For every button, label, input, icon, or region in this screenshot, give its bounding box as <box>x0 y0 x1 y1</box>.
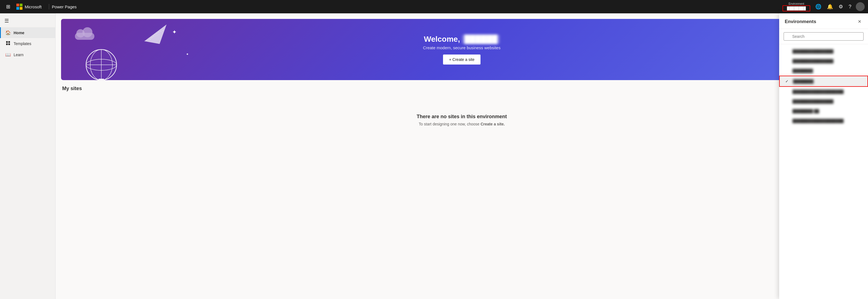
brand-label: Microsoft <box>25 4 42 9</box>
hero-username: ██████ <box>462 35 500 44</box>
env-check-icon: ✓ <box>785 79 791 83</box>
learn-icon: 📖 <box>5 52 11 57</box>
hero-content: Welcome, ██████ Create modern, secure bu… <box>423 35 500 64</box>
main-content: ✦ ✦ Welcome, ██████ Create modern, secur… <box>56 13 868 299</box>
svg-rect-2 <box>6 44 8 45</box>
env-item-name: ████████████████ <box>793 49 863 53</box>
sidebar-label-home: Home <box>13 31 24 35</box>
paper-plane-decoration <box>144 25 166 45</box>
no-sites-title: There are no sites in this environment <box>68 114 856 119</box>
globe-decoration <box>83 47 119 80</box>
star-small-decoration: ✦ <box>186 52 189 56</box>
env-item-name: ████████ ██ <box>793 109 863 113</box>
environment-section: Environment ████████ <box>782 2 810 11</box>
svg-rect-0 <box>6 41 8 43</box>
env-list-item[interactable]: ████████████████████ <box>779 116 868 126</box>
env-list-item[interactable]: ████████████████████ <box>779 87 868 97</box>
templates-icon <box>5 41 11 47</box>
hero-subtitle: Create modern, secure business websites <box>423 45 500 50</box>
sidebar: ☰ 🏠 Home Templates 📖 Learn <box>0 13 56 299</box>
env-list-item[interactable]: ████████████████ <box>779 47 868 56</box>
env-search-box: 🔍 <box>779 29 868 44</box>
settings-icon[interactable]: ⚙ <box>836 0 846 13</box>
svg-marker-11 <box>144 25 166 44</box>
waffle-icon[interactable]: ⊞ <box>3 0 13 13</box>
topbar: ⊞ Microsoft Power Pages Environment ████… <box>0 0 868 13</box>
hero-welcome-text: Welcome, ██████ <box>423 35 500 44</box>
sidebar-label-learn: Learn <box>13 53 24 57</box>
env-item-name: ████████ <box>793 69 863 73</box>
env-panel-close-button[interactable]: ✕ <box>857 18 863 25</box>
home-icon: 🏠 <box>5 30 11 35</box>
sidebar-toggle[interactable]: ☰ <box>0 16 55 26</box>
main-layout: ☰ 🏠 Home Templates 📖 Learn <box>0 13 868 299</box>
env-panel-title: Environments <box>785 19 816 25</box>
globe-icon[interactable]: 🌐 <box>812 0 824 13</box>
svg-point-15 <box>83 27 92 37</box>
env-panel-header: Environments ✕ <box>779 13 868 29</box>
env-search-input[interactable] <box>784 32 864 40</box>
notification-icon[interactable]: 🔔 <box>824 0 836 13</box>
svg-rect-1 <box>8 41 10 43</box>
topbar-divider <box>49 4 49 9</box>
svg-rect-3 <box>8 44 10 45</box>
hero-banner: ✦ ✦ Welcome, ██████ Create modern, secur… <box>61 19 863 80</box>
env-list-item[interactable]: ████████ ██ <box>779 106 868 116</box>
avatar[interactable] <box>856 2 865 11</box>
sidebar-item-home[interactable]: 🏠 Home <box>0 27 55 38</box>
env-item-name: ████████████████ <box>793 99 863 104</box>
my-sites-section: My sites There are no sites in this envi… <box>56 86 868 143</box>
env-list: ████████████████████████████████████████… <box>779 44 868 299</box>
env-item-name: ████████████████ <box>793 59 863 63</box>
environments-panel: Environments ✕ 🔍 ███████████████████████… <box>779 13 868 299</box>
sidebar-item-learn[interactable]: 📖 Learn <box>0 49 55 60</box>
star-decoration: ✦ <box>172 29 177 35</box>
microsoft-logo: Microsoft <box>17 4 43 10</box>
no-sites-description: To start designing one now, choose Creat… <box>68 122 856 126</box>
sidebar-item-templates[interactable]: Templates <box>0 38 55 49</box>
app-label: Power Pages <box>52 4 76 9</box>
help-icon[interactable]: ? <box>846 0 854 13</box>
create-site-button[interactable]: + Create a site <box>443 55 480 64</box>
env-search-wrapper: 🔍 <box>784 32 864 40</box>
env-list-item[interactable]: ████████ <box>779 66 868 76</box>
env-item-name: ████████████████████ <box>793 119 863 123</box>
env-list-item[interactable]: ████████████████ <box>779 97 868 106</box>
env-item-name: ████████████████████ <box>793 89 863 94</box>
env-list-item[interactable]: ✓████████ <box>779 76 868 87</box>
my-sites-title: My sites <box>62 86 861 91</box>
no-sites-cta-text: Create a site. <box>480 122 505 126</box>
svg-rect-9 <box>98 79 104 80</box>
environment-label: Environment <box>788 2 804 5</box>
sidebar-label-templates: Templates <box>13 42 31 46</box>
no-sites-message: There are no sites in this environment T… <box>62 97 861 143</box>
env-item-name: ████████ <box>793 79 862 83</box>
environment-button[interactable]: ████████ <box>782 5 810 11</box>
env-list-item[interactable]: ████████████████ <box>779 56 868 66</box>
cloud-left-decoration <box>72 27 97 42</box>
